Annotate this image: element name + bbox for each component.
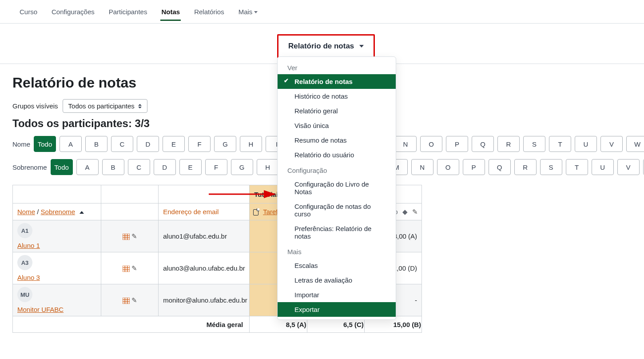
tab-mais[interactable]: Mais [238, 8, 259, 16]
alpha-chip-all[interactable]: Todo [34, 136, 56, 152]
primary-tabs: CursoConfiguraçõesParticipantesNotasRela… [0, 0, 644, 24]
alpha-chip[interactable]: G [214, 136, 236, 152]
alpha-chip[interactable]: C [128, 159, 150, 175]
edit-icon[interactable]: ✎ [131, 232, 137, 240]
alpha-chip[interactable]: E [163, 136, 185, 152]
student-link[interactable]: Monitor UFABC [17, 306, 96, 313]
sort-by-surname[interactable]: Sobrenome [41, 208, 76, 215]
student-link[interactable]: Aluno 3 [17, 274, 96, 281]
svg-rect-6 [123, 266, 130, 272]
alpha-chip[interactable]: S [540, 159, 562, 175]
sort-icon[interactable]: ◆ [402, 208, 408, 215]
alpha-label: Sobrenome [12, 164, 47, 171]
alpha-chip[interactable]: E [179, 159, 202, 175]
alpha-chip[interactable]: V [617, 159, 640, 175]
email-cell: monitor@aluno.ufabc.edu.br [159, 284, 250, 316]
alpha-chip[interactable]: N [394, 136, 417, 152]
alpha-chip[interactable]: H [257, 159, 279, 175]
avatar: A1 [17, 223, 32, 238]
avatar: A3 [17, 255, 32, 270]
sort-icon [138, 104, 142, 108]
dropdown-item[interactable]: Escalas [278, 258, 396, 273]
alpha-chip[interactable]: B [102, 159, 124, 175]
tab-relatórios[interactable]: Relatórios [193, 8, 225, 16]
dropdown-item[interactable]: Relatório de notas [278, 74, 396, 89]
alpha-chip[interactable]: C [111, 136, 133, 152]
edit-icon[interactable]: ✎ [131, 264, 137, 272]
email-cell: aluno3@aluno.ufabc.edu.br [159, 252, 250, 284]
edit-icon[interactable]: ✎ [412, 208, 418, 216]
sort-by-name[interactable]: Nome [17, 208, 35, 215]
svg-rect-11 [123, 298, 130, 304]
alpha-chip[interactable]: T [566, 159, 588, 175]
alpha-chip[interactable]: R [514, 159, 537, 175]
alpha-chip[interactable]: U [575, 136, 597, 152]
dropdown-item[interactable]: Histórico de notas [278, 89, 396, 104]
grades-icon[interactable] [123, 264, 130, 272]
dropdown-item[interactable]: Relatório geral [278, 104, 396, 118]
student-link[interactable]: Aluno 1 [17, 242, 96, 249]
email-header[interactable]: Endereço de email [163, 208, 219, 215]
alpha-label: Nome [12, 140, 30, 148]
alpha-chip[interactable]: P [446, 136, 468, 152]
dropdown-item[interactable]: Importar [278, 287, 396, 302]
alpha-chip-all[interactable]: Todo [51, 159, 73, 175]
dropdown-item[interactable]: Exportar [278, 302, 396, 317]
dropdown-item[interactable]: Visão única [278, 118, 396, 133]
alpha-chip[interactable]: F [188, 136, 211, 152]
dropdown-item[interactable]: Preferências: Relatório de notas [278, 221, 396, 243]
alpha-chip[interactable]: S [523, 136, 545, 152]
alpha-chip[interactable]: Q [489, 159, 511, 175]
alpha-chip[interactable]: V [600, 136, 623, 152]
edit-icon[interactable]: ✎ [131, 296, 137, 304]
grades-icon[interactable] [123, 232, 130, 240]
alpha-chip[interactable]: Q [472, 136, 494, 152]
alpha-chip[interactable]: B [85, 136, 107, 152]
dropdown-item[interactable]: Resumo de notas [278, 133, 396, 148]
grade-report-dropdown-trigger[interactable]: Relatório de notas [277, 34, 375, 58]
tab-configurações[interactable]: Configurações [51, 8, 95, 16]
assignment-icon [253, 209, 258, 215]
alpha-chip[interactable]: U [592, 159, 614, 175]
alpha-chip[interactable]: D [137, 136, 159, 152]
alpha-chip[interactable]: O [437, 159, 459, 175]
grades-icon[interactable] [123, 296, 130, 304]
grade-report-dropdown-menu: VerRelatório de notasHistórico de notasR… [277, 56, 396, 320]
alpha-chip[interactable]: O [420, 136, 442, 152]
avatar: MU [17, 287, 32, 302]
alpha-chip[interactable]: P [463, 159, 485, 175]
email-cell: aluno1@ufabc.edu.br [159, 220, 250, 252]
tab-curso[interactable]: Curso [19, 8, 38, 16]
groups-label: Grupos visíveis [12, 102, 58, 110]
dropdown-item[interactable]: Relatório do usuário [278, 148, 396, 162]
alpha-chip[interactable]: W [626, 136, 644, 152]
groups-select-value: Todos os participantes [68, 102, 135, 110]
tab-participantes[interactable]: Participantes [108, 8, 148, 16]
alpha-chip[interactable]: H [240, 136, 262, 152]
chevron-down-icon [254, 11, 258, 13]
alpha-chip[interactable]: F [205, 159, 227, 175]
dropdown-item[interactable]: Configuração de notas do curso [278, 199, 396, 221]
alpha-chip[interactable]: D [154, 159, 176, 175]
dropdown-section-label: Ver [278, 60, 396, 74]
tab-notas[interactable]: Notas [160, 8, 181, 16]
overall-average-label: Média geral [13, 316, 250, 333]
alpha-chip[interactable]: R [497, 136, 520, 152]
chevron-down-icon [359, 45, 364, 48]
dropdown-section-label: Mais [278, 243, 396, 258]
alpha-chip[interactable]: A [76, 159, 99, 175]
caret-up-icon [80, 211, 84, 214]
alpha-chip[interactable]: A [60, 136, 82, 152]
grade-report-dropdown-zone: Relatório de notas VerRelatório de notas… [0, 34, 644, 58]
alpha-chip[interactable]: G [231, 159, 253, 175]
grade-report-dropdown-label: Relatório de notas [288, 42, 354, 51]
alpha-chip[interactable]: N [411, 159, 433, 175]
dropdown-item[interactable]: Configuração do Livro de Notas [278, 177, 396, 199]
alpha-chip[interactable]: T [549, 136, 571, 152]
svg-rect-1 [123, 234, 130, 240]
groups-select[interactable]: Todos os participantes [63, 99, 147, 113]
dropdown-item[interactable]: Letras de avaliação [278, 273, 396, 287]
dropdown-section-label: Configuração [278, 162, 396, 177]
